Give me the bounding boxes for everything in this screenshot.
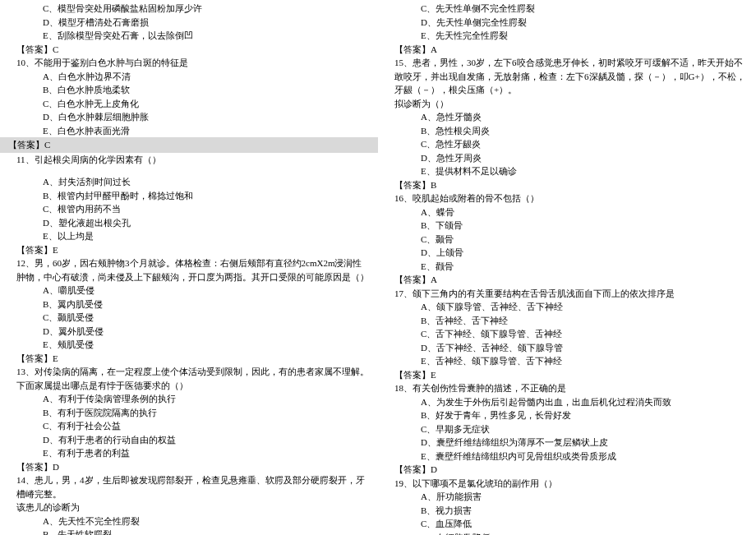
- q19-option-d: D、白细胞数降低: [386, 531, 748, 536]
- q10-option-e: E、白色水肿表面光滑: [8, 124, 370, 138]
- q19-stem: 19、以下哪项不是氯化琥珀的副作用（）: [386, 477, 748, 491]
- q11-option-a: A、封失活剂时间过长: [8, 175, 370, 189]
- q13-option-c: C、有利于社会公益: [8, 419, 370, 433]
- right-column: C、先天性单侧不完全性腭裂 D、先天性单侧完全性腭裂 E、先天性完全性腭裂 【答…: [378, 0, 756, 535]
- q13-option-b: B、有利于医院院隔离的执行: [8, 406, 370, 420]
- q14-option-b: B、先天性软腭裂: [8, 528, 370, 535]
- q17-option-e: E、舌神经、颌下腺导管、舌下神经: [386, 354, 748, 368]
- q15-option-e: E、提供材料不足以确诊: [386, 164, 748, 178]
- q12-option-e: E、颊肌受侵: [8, 338, 370, 352]
- q17-option-c: C、舌下神经、颌下腺导管、舌神经: [386, 327, 748, 341]
- q17-option-a: A、颌下腺导管、舌神经、舌下神经: [386, 300, 748, 314]
- q10-option-c: C、白色水肿无上皮角化: [8, 97, 370, 111]
- q17-answer: 【答案】E: [386, 368, 748, 382]
- q14-option-e: E、先天性完全性腭裂: [386, 29, 748, 43]
- left-column: C、模型骨突处用磷酸盐粘固粉加厚少许 D、模型牙槽清处石膏磨损 E、刮除模型骨突…: [0, 0, 378, 535]
- q16-option-d: D、上颌骨: [386, 246, 748, 260]
- q14-sub: 该患儿的诊断为: [8, 500, 370, 514]
- q10-stem: 10、不能用于鉴别白色水肿与白斑的特征是: [8, 56, 370, 70]
- q9-answer: 【答案】C: [8, 43, 370, 57]
- q11-option-d: D、塑化液超出根尖孔: [8, 216, 370, 230]
- q15-option-a: A、急性牙髓炎: [386, 110, 748, 124]
- q10-option-d: D、白色水肿棘层细胞肿胀: [8, 110, 370, 124]
- q12-answer: 【答案】E: [8, 352, 370, 366]
- q11-answer: 【答案】E: [8, 243, 370, 257]
- q12-option-b: B、翼内肌受侵: [8, 297, 370, 311]
- q12-stem: 12、男，60岁，因右颊肿物3个月就诊。体格检查：右侧后颊部有直径约2cmX2m…: [8, 256, 370, 284]
- q19-option-b: B、视力损害: [386, 504, 748, 518]
- q18-answer: 【答案】D: [386, 463, 748, 477]
- q11-option-e: E、以上均是: [8, 229, 370, 243]
- q18-option-c: C、早期多无症状: [386, 422, 748, 436]
- q17-option-d: D、舌下神经、舌神经、颌下腺导管: [386, 341, 748, 355]
- q15-option-b: B、急性根尖周炎: [386, 124, 748, 138]
- q16-option-b: B、下颌骨: [386, 219, 748, 233]
- q17-stem: 17、颌下三角内的有关重要结构在舌骨舌肌浅面自下而上的依次排序是: [386, 287, 748, 301]
- q13-answer: 【答案】D: [8, 460, 370, 474]
- q11-stem: 11、引起根尖周病的化学因素有（）: [8, 153, 370, 167]
- q11-option-b: B、根管内封甲醛甲酚时，棉捻过饱和: [8, 189, 370, 203]
- q18-option-e: E、囊壁纤维结缔组织内可见骨组织或类骨质形成: [386, 450, 748, 464]
- q14-option-a: A、先天性不完全性腭裂: [8, 514, 370, 528]
- q13-option-d: D、有利于患者的行动自由的权益: [8, 433, 370, 447]
- q15-sub: 拟诊断为（）: [386, 97, 748, 111]
- q16-option-a: A、蝶骨: [386, 205, 748, 219]
- q12-option-a: A、嚼肌受侵: [8, 284, 370, 297]
- q14-answer: 【答案】A: [386, 43, 748, 57]
- q12-option-c: C、颞肌受侵: [8, 311, 370, 325]
- q13-option-e: E、有利于患者的利益: [8, 446, 370, 460]
- q9-option-d: D、模型牙槽清处石膏磨损: [8, 16, 370, 30]
- q14-stem: 14、患儿，男，4岁，生后即被发现腭部裂开，检查见悬雍垂、软腭及部分硬腭裂开，牙…: [8, 473, 370, 500]
- q10-option-a: A、白色水肿边界不清: [8, 70, 370, 84]
- q13-stem: 13、对传染病的隔离，在一定程度上使个体活动受到限制，因此，有的患者家属不理解。…: [8, 365, 370, 392]
- q10-option-b: B、白色水肿质地柔软: [8, 83, 370, 97]
- q11-option-c: C、根管内用药不当: [8, 202, 370, 216]
- q15-answer: 【答案】B: [386, 178, 748, 192]
- q15-option-c: C、急性牙龈炎: [386, 137, 748, 151]
- q19-option-c: C、血压降低: [386, 517, 748, 531]
- q16-option-e: E、颧骨: [386, 260, 748, 274]
- q18-stem: 18、有关创伤性骨囊肿的描述，不正确的是: [386, 381, 748, 395]
- q14-option-c: C、先天性单侧不完全性腭裂: [386, 2, 748, 16]
- q18-option-a: A、为发生于外伤后引起骨髓内出血，出血后机化过程消失而致: [386, 395, 748, 409]
- q17-option-b: B、舌神经、舌下神经: [386, 314, 748, 328]
- q14-option-d: D、先天性单侧完全性腭裂: [386, 16, 748, 30]
- q10-answer: 【答案】C: [0, 137, 378, 153]
- q15-option-d: D、急性牙周炎: [386, 151, 748, 165]
- q9-option-e: E、刮除模型骨突处石膏，以去除倒凹: [8, 29, 370, 43]
- q13-option-a: A、有利于传染病管理条例的执行: [8, 392, 370, 406]
- q19-option-a: A、肝功能损害: [386, 490, 748, 504]
- q18-option-d: D、囊壁纤维结缔组织为薄厚不一复层鳞状上皮: [386, 436, 748, 450]
- q16-option-c: C、颞骨: [386, 233, 748, 247]
- q15-stem: 15、患者，男性，30岁，左下6咬合感觉患牙伸长，初时紧咬牙可缓解不适，昨天开始…: [386, 56, 748, 97]
- q16-answer: 【答案】A: [386, 273, 748, 287]
- q16-stem: 16、咬肌起始或附着的骨不包括（）: [386, 191, 748, 205]
- q12-option-d: D、翼外肌受侵: [8, 325, 370, 339]
- q18-option-b: B、好发于青年，男性多见，长骨好发: [386, 408, 748, 422]
- exam-page: C、模型骨突处用磷酸盐粘固粉加厚少许 D、模型牙槽清处石膏磨损 E、刮除模型骨突…: [0, 0, 756, 535]
- q9-option-c: C、模型骨突处用磷酸盐粘固粉加厚少许: [8, 2, 370, 16]
